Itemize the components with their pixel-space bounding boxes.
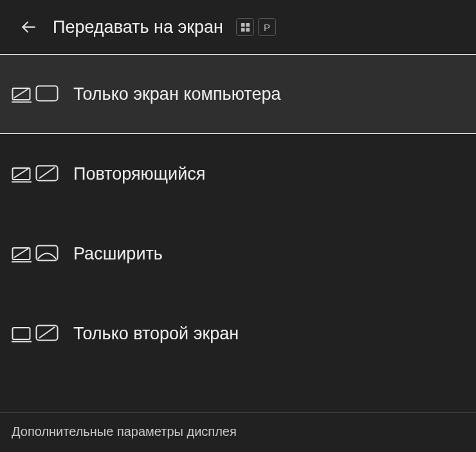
svg-line-21 xyxy=(39,327,55,338)
second-only-icon xyxy=(12,325,59,343)
shortcut-key-p: P xyxy=(258,18,276,36)
header: Передавать на экран P xyxy=(0,0,476,54)
svg-line-7 xyxy=(14,89,28,98)
project-option-duplicate[interactable]: Повторяющийся xyxy=(0,134,476,214)
svg-rect-8 xyxy=(37,86,58,101)
project-option-second-only[interactable]: Только второй экран xyxy=(0,294,476,373)
page-title: Передавать на экран xyxy=(53,17,223,37)
svg-rect-2 xyxy=(246,23,250,26)
svg-line-13 xyxy=(39,167,55,178)
duplicate-icon xyxy=(12,165,59,183)
svg-rect-3 xyxy=(241,28,244,32)
svg-rect-4 xyxy=(246,28,250,32)
arrow-left-icon xyxy=(20,19,37,35)
option-label: Расширить xyxy=(73,244,163,264)
svg-rect-18 xyxy=(13,328,30,339)
svg-line-16 xyxy=(14,249,28,258)
option-label: Только экран компьютера xyxy=(73,84,280,104)
svg-line-11 xyxy=(14,169,28,178)
more-settings-label: Дополнительные параметры дисплея xyxy=(12,424,237,438)
more-display-settings-link[interactable]: Дополнительные параметры дисплея xyxy=(0,412,476,452)
extend-icon xyxy=(12,245,59,263)
windows-key-icon xyxy=(236,18,254,36)
svg-rect-1 xyxy=(241,23,244,26)
keyboard-shortcut: P xyxy=(236,18,276,36)
back-button[interactable] xyxy=(15,14,41,40)
option-label: Только второй экран xyxy=(73,324,239,344)
project-option-extend[interactable]: Расширить xyxy=(0,214,476,294)
project-option-pc-only[interactable]: Только экран компьютера xyxy=(0,54,476,134)
pc-only-icon xyxy=(12,85,59,103)
option-label: Повторяющийся xyxy=(73,164,205,184)
